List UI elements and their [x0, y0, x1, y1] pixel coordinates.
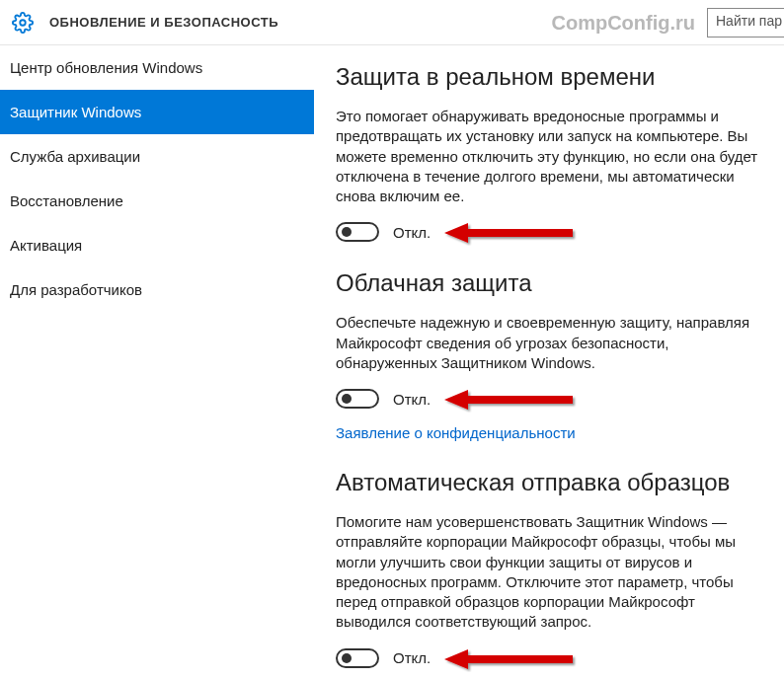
svg-marker-2 — [444, 390, 573, 410]
toggle-realtime[interactable] — [336, 222, 379, 242]
watermark: CompConfig.ru — [551, 12, 695, 35]
section-title-samples: Автоматическая отправка образцов — [336, 469, 762, 496]
section-cloud: Облачная защита Обеспечьте надежную и св… — [336, 269, 762, 441]
toggle-label-realtime: Откл. — [393, 224, 431, 241]
svg-marker-3 — [444, 649, 573, 669]
svg-marker-1 — [444, 223, 573, 243]
annotation-arrow-icon — [444, 646, 583, 672]
gear-icon — [12, 12, 34, 34]
search-input[interactable]: Найти пар — [707, 8, 784, 38]
section-realtime: Защита в реальном времени Это помогает о… — [336, 63, 762, 242]
annotation-arrow-icon — [444, 387, 583, 413]
sidebar-item-defender[interactable]: Защитник Windows — [0, 90, 314, 134]
section-desc-cloud: Обеспечьте надежную и своевременную защи… — [336, 313, 760, 373]
sidebar-item-backup[interactable]: Служба архивации — [0, 134, 314, 179]
toggle-label-cloud: Откл. — [393, 391, 431, 408]
section-desc-realtime: Это помогает обнаруживать вредоносные пр… — [336, 107, 760, 206]
sidebar-item-activation[interactable]: Активация — [0, 223, 314, 267]
svg-point-0 — [20, 20, 26, 26]
sidebar-item-recovery[interactable]: Восстановление — [0, 179, 314, 223]
sidebar-item-windows-update[interactable]: Центр обновления Windows — [0, 45, 314, 90]
header: ОБНОВЛЕНИЕ И БЕЗОПАСНОСТЬ CompConfig.ru … — [0, 0, 784, 45]
content: Защита в реальном времени Это помогает о… — [314, 45, 784, 679]
toggle-cloud[interactable] — [336, 389, 379, 409]
section-title-cloud: Облачная защита — [336, 269, 762, 297]
toggle-samples[interactable] — [336, 648, 379, 668]
section-desc-samples: Помогите нам усовершенствовать Защитник … — [336, 512, 760, 633]
page-title: ОБНОВЛЕНИЕ И БЕЗОПАСНОСТЬ — [49, 15, 278, 30]
section-samples: Автоматическая отправка образцов Помогит… — [336, 469, 762, 668]
sidebar: Центр обновления Windows Защитник Window… — [0, 45, 314, 679]
toggle-label-samples: Откл. — [393, 649, 431, 666]
section-title-realtime: Защита в реальном времени — [336, 63, 762, 91]
sidebar-item-developers[interactable]: Для разработчиков — [0, 267, 314, 312]
annotation-arrow-icon — [444, 220, 583, 246]
privacy-link[interactable]: Заявление о конфиденциальности — [336, 424, 576, 441]
